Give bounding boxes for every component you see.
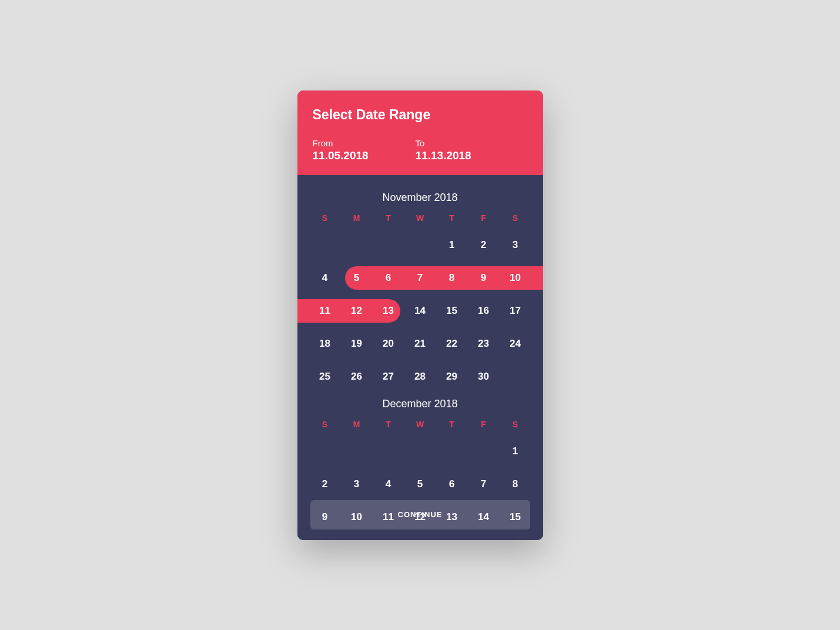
weekday-label: T [436, 213, 468, 223]
day-number: 16 [478, 305, 489, 317]
day-empty [404, 435, 436, 468]
day-cell[interactable]: 30 [468, 360, 500, 393]
weekday-label: M [341, 420, 373, 429]
day-cell[interactable]: 8 [500, 468, 531, 501]
day-cell[interactable]: 21 [404, 327, 436, 360]
day-number: 4 [386, 478, 391, 490]
day-cell[interactable]: 5 [404, 468, 436, 501]
day-number: 11 [383, 511, 394, 523]
day-number: 6 [386, 272, 391, 284]
weekday-row: SMTWTFS [297, 213, 543, 223]
day-number: 4 [322, 272, 327, 284]
weekday-label: W [404, 213, 436, 223]
day-cell[interactable]: 4 [309, 262, 341, 294]
day-number: 20 [383, 338, 394, 350]
day-cell[interactable]: 28 [404, 360, 436, 393]
day-number: 14 [414, 305, 426, 317]
day-cell[interactable]: 13 [373, 294, 404, 327]
day-cell[interactable]: 16 [468, 294, 500, 327]
day-number: 23 [478, 338, 489, 350]
day-cell[interactable]: 17 [500, 294, 531, 327]
weekday-label: T [373, 213, 404, 223]
day-cell[interactable]: 1 [436, 229, 468, 262]
day-cell[interactable]: 3 [341, 468, 373, 501]
day-cell[interactable]: 14 [404, 294, 436, 327]
day-cell[interactable]: 16 [309, 534, 341, 540]
day-empty [373, 229, 404, 262]
day-cell[interactable]: 4 [373, 468, 404, 501]
day-cell[interactable]: 20 [373, 327, 404, 360]
month-title: December 2018 [297, 398, 543, 410]
day-number: 13 [446, 511, 457, 523]
dialog-title: Select Date Range [313, 107, 528, 123]
day-number: 8 [513, 478, 518, 490]
day-empty [341, 435, 373, 468]
day-number: 9 [322, 511, 327, 523]
day-cell[interactable]: 19 [404, 534, 436, 540]
day-cell[interactable]: 17 [341, 534, 373, 540]
from-column[interactable]: From 11.05.2018 [313, 138, 369, 162]
day-cell[interactable]: 27 [373, 360, 404, 393]
weekday-label: W [404, 420, 436, 429]
day-cell[interactable]: 25 [309, 360, 341, 393]
weekday-label: S [309, 213, 341, 223]
day-number: 9 [481, 272, 486, 284]
day-cell[interactable]: 29 [436, 360, 468, 393]
day-number: 15 [446, 305, 457, 317]
day-cell[interactable]: 22 [436, 327, 468, 360]
to-label: To [416, 138, 471, 148]
day-number: 5 [417, 478, 423, 490]
day-number: 5 [354, 272, 359, 284]
days-grid: 1234567891011121314151617181920212223242… [297, 229, 543, 393]
day-cell[interactable]: 22 [500, 534, 531, 540]
day-cell[interactable]: 23 [468, 327, 500, 360]
day-number: 7 [417, 272, 423, 284]
day-number: 10 [510, 272, 521, 284]
to-value: 11.13.2018 [416, 149, 471, 162]
day-number: 25 [319, 371, 330, 383]
day-cell[interactable]: 10 [500, 262, 531, 294]
day-cell[interactable]: 18 [309, 327, 341, 360]
calendar-body[interactable]: November 2018SMTWTFS12345678910111213141… [297, 175, 543, 540]
day-number: 3 [354, 478, 359, 490]
weekday-label: S [500, 213, 531, 223]
day-number: 19 [351, 338, 362, 350]
weekday-label: F [468, 420, 500, 429]
day-cell[interactable]: 19 [341, 327, 373, 360]
date-picker-card: Select Date Range From 11.05.2018 To 11.… [297, 91, 543, 540]
day-cell[interactable]: 7 [468, 468, 500, 501]
day-number: 2 [481, 239, 486, 251]
day-empty [309, 229, 341, 262]
day-cell[interactable]: 18 [373, 534, 404, 540]
day-cell[interactable]: 2 [468, 229, 500, 262]
day-number: 7 [481, 478, 486, 490]
weekday-label: T [373, 420, 404, 429]
day-number: 30 [478, 371, 489, 383]
day-number: 6 [449, 478, 454, 490]
day-number: 12 [351, 305, 362, 317]
day-cell[interactable]: 2 [309, 468, 341, 501]
day-number: 10 [351, 511, 362, 523]
day-cell[interactable]: 24 [500, 327, 531, 360]
day-number: 3 [513, 239, 518, 251]
day-number: 14 [478, 511, 489, 523]
day-number: 11 [319, 305, 330, 317]
day-number: 27 [383, 371, 394, 383]
day-cell[interactable]: 20 [436, 534, 468, 540]
day-number: 24 [510, 338, 521, 350]
day-number: 1 [513, 445, 518, 457]
day-number: 28 [414, 371, 426, 383]
day-cell[interactable]: 3 [500, 229, 531, 262]
weekday-label: T [436, 420, 468, 429]
day-cell[interactable]: 15 [436, 294, 468, 327]
day-cell[interactable]: 6 [436, 468, 468, 501]
day-number: 18 [319, 338, 330, 350]
weekday-label: M [341, 213, 373, 223]
to-column[interactable]: To 11.13.2018 [416, 138, 471, 162]
day-cell[interactable]: 1 [500, 435, 531, 468]
day-empty [436, 435, 468, 468]
day-number: 26 [351, 371, 362, 383]
day-cell[interactable]: 21 [468, 534, 500, 540]
day-cell[interactable]: 26 [341, 360, 373, 393]
month-title: November 2018 [297, 192, 543, 204]
